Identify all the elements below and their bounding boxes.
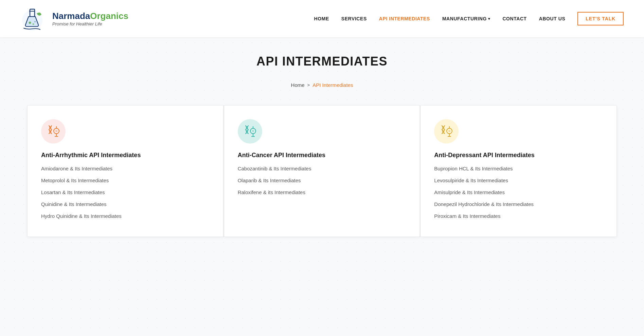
card-anti-arrhythmic-title: Anti-Arrhythmic API Intermediates <box>41 152 210 159</box>
breadcrumb-current: API Intermediates <box>312 82 353 88</box>
nav-home[interactable]: HOME <box>314 16 329 21</box>
logo-name: NarmadaOrganics <box>52 11 128 21</box>
svg-point-3 <box>29 22 31 24</box>
card-icon-wrapper-anti-cancer <box>238 119 262 144</box>
logo-text: NarmadaOrganics Promise for Healthier Li… <box>52 11 128 26</box>
card-icon-wrapper-anti-arrhythmic <box>41 119 66 144</box>
list-item: Donepezil Hydrochloride & Its Intermedia… <box>434 201 603 208</box>
card-icon-wrapper-anti-depressant <box>434 119 459 144</box>
nav-manufacturing[interactable]: MANUFACTURING ▾ <box>442 16 490 21</box>
breadcrumb: Home > API Intermediates <box>291 82 353 88</box>
card-anti-arrhythmic: Anti-Arrhythmic API Intermediates Amioda… <box>27 105 223 237</box>
card-anti-cancer: Anti-Cancer API Intermediates Cabozantin… <box>224 105 420 237</box>
nav-contact[interactable]: CONTACT <box>502 16 526 21</box>
svg-point-14 <box>55 130 57 132</box>
card-anti-depressant-title: Anti-Depressant API Intermediates <box>434 152 603 159</box>
card-anti-cancer-items: Cabozantinib & Its Intermediates Olapari… <box>238 165 407 196</box>
breadcrumb-home[interactable]: Home <box>291 82 305 88</box>
svg-point-5 <box>34 21 36 22</box>
nav-api-intermediates[interactable]: API INTERMEDIATES <box>379 16 430 21</box>
list-item: Quinidine & Its Intermediates <box>41 201 210 208</box>
nav-about-us[interactable]: ABOUT US <box>539 16 566 21</box>
list-item: Cabozantinib & Its Intermediates <box>238 165 407 172</box>
list-item: Hydro Quinidine & Its Intermediates <box>41 212 210 220</box>
logo-tagline: Promise for Healthier Life <box>52 21 128 26</box>
list-item: Amisulpride & Its Intermediates <box>434 189 603 196</box>
logo: NarmadaOrganics Promise for Healthier Li… <box>20 5 128 32</box>
list-item: Levosulpiride & Its Intermediates <box>434 177 603 184</box>
card-anti-arrhythmic-items: Amiodarone & Its Intermediates Metoprolo… <box>41 165 210 220</box>
breadcrumb-separator: > <box>307 82 310 88</box>
breadcrumb-section: Home > API Intermediates <box>0 75 644 98</box>
list-item: Losartan & Its Intermediates <box>41 189 210 196</box>
dna-microscope-icon <box>46 124 60 138</box>
list-item: Piroxicam & Its Intermediates <box>434 212 603 220</box>
page-title-section: API INTERMEDIATES <box>0 37 644 75</box>
nav-services[interactable]: SERVICES <box>341 16 367 21</box>
list-item: Olaparib & Its Intermediates <box>238 177 407 184</box>
list-item: Metoprolol & Its Intermediates <box>41 177 210 184</box>
logo-icon <box>20 5 48 32</box>
list-item: Amiodarone & Its Intermediates <box>41 165 210 172</box>
lets-talk-button[interactable]: LET'S TALK <box>577 12 624 25</box>
chevron-down-icon: ▾ <box>488 17 490 21</box>
page-title: API INTERMEDIATES <box>0 54 644 69</box>
main-nav: HOME SERVICES API INTERMEDIATES MANUFACT… <box>314 12 624 25</box>
svg-point-23 <box>252 130 254 132</box>
svg-point-32 <box>448 130 450 132</box>
card-anti-depressant-items: Bupropion HCL & Its Intermediates Levosu… <box>434 165 603 220</box>
dna-microscope-teal-icon <box>243 124 257 138</box>
list-item: Bupropion HCL & Its Intermediates <box>434 165 603 172</box>
cards-section: Anti-Arrhythmic API Intermediates Amioda… <box>0 98 644 257</box>
logo-narmada: Narmada <box>52 11 90 21</box>
logo-organics: Organics <box>90 11 128 21</box>
dna-microscope-yellow-icon <box>439 124 453 138</box>
list-item: Raloxifene & its Intermediates <box>238 189 407 196</box>
card-anti-cancer-title: Anti-Cancer API Intermediates <box>238 152 407 159</box>
svg-point-4 <box>33 23 34 25</box>
card-anti-depressant: Anti-Depressant API Intermediates Buprop… <box>420 105 617 237</box>
